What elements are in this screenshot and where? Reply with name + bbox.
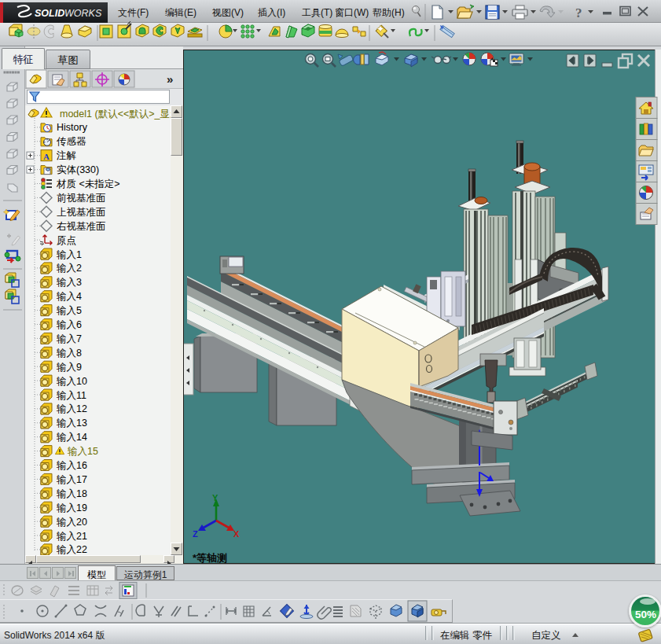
svg-text:输入11: 输入11 [57,390,86,401]
svg-text:注解: 注解 [56,150,77,161]
svg-text:X: X [233,529,240,539]
svg-text:上视基准面: 上视基准面 [57,207,106,218]
svg-text:输入1: 输入1 [57,249,82,260]
svg-text:前视基准面: 前视基准面 [57,193,106,204]
svg-text:输入15: 输入15 [68,446,98,457]
svg-text:输入7: 输入7 [57,333,82,344]
svg-text:右视基准面: 右视基准面 [57,221,106,232]
svg-text:原点: 原点 [57,235,76,246]
svg-text:输入2: 输入2 [57,263,82,274]
svg-text:输入8: 输入8 [57,348,82,359]
svg-text:Z: Z [193,529,198,539]
svg-text:传感器: 传感器 [57,136,86,147]
svg-text:输入16: 输入16 [57,460,87,471]
svg-text:输入10: 输入10 [57,376,87,387]
svg-text:输入6: 输入6 [57,319,82,330]
svg-text:输入17: 输入17 [57,474,87,485]
svg-text:输入18: 输入18 [57,488,87,499]
svg-text:实体(330): 实体(330) [57,164,99,175]
svg-text:输入9: 输入9 [57,362,82,373]
svg-text:输入21: 输入21 [57,531,87,542]
svg-text:*等轴测: *等轴测 [193,552,227,564]
svg-text:材质 <未指定>: 材质 <未指定> [56,178,120,190]
svg-text:输入19: 输入19 [57,502,87,513]
svg-text:输入12: 输入12 [57,403,87,414]
svg-text:输入14: 输入14 [57,432,87,443]
svg-text:Y: Y [212,493,218,502]
svg-text:输入22: 输入22 [57,544,87,555]
svg-text:model1 (默认<<默认>_显示状态: model1 (默认<<默认>_显示状态 [60,109,183,120]
svg-text:输入3: 输入3 [57,277,82,288]
svg-text:History: History [57,122,88,133]
svg-text:输入13: 输入13 [57,418,87,429]
svg-text:»: » [167,72,173,86]
svg-text:输入20: 输入20 [57,517,87,528]
svg-text:输入4: 输入4 [57,291,82,302]
svg-text:A: A [43,152,50,161]
svg-text:输入5: 输入5 [57,305,82,316]
